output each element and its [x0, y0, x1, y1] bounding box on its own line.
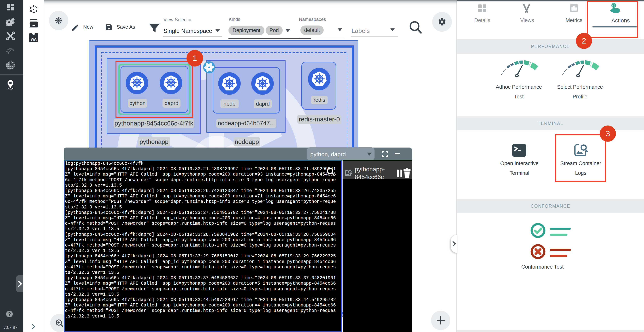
svg-text:WA: WA — [31, 37, 37, 41]
